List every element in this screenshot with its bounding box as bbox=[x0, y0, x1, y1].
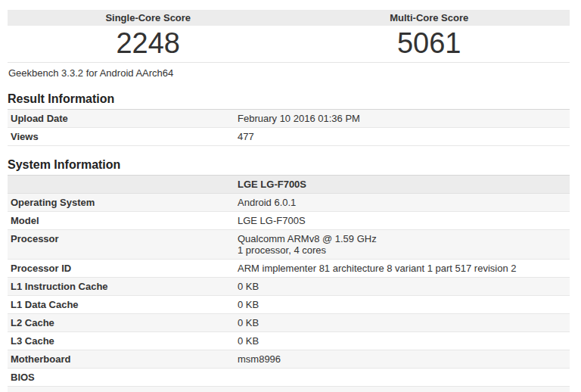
row-label: L1 Instruction Cache bbox=[8, 278, 235, 296]
single-core-score-value: 2248 bbox=[8, 26, 289, 62]
row-value: msm8996 bbox=[235, 350, 570, 369]
row-l3-cache: L3 Cache 0 KB bbox=[8, 332, 570, 350]
row-label: Views bbox=[8, 128, 235, 146]
result-information-title: Result Information bbox=[8, 92, 570, 110]
row-value: February 10 2016 01:36 PM bbox=[235, 110, 570, 128]
row-label: Model bbox=[8, 212, 235, 230]
row-l2-cache: L2 Cache 0 KB bbox=[8, 314, 570, 332]
row-memory: Memory 3785 MB bbox=[8, 387, 570, 392]
row-l1-data-cache: L1 Data Cache 0 KB bbox=[8, 296, 570, 314]
row-label: Operating System bbox=[8, 194, 235, 212]
row-label: L2 Cache bbox=[8, 314, 235, 332]
row-value: 0 KB bbox=[235, 332, 570, 350]
device-name: LGE LG-F700S bbox=[235, 176, 570, 194]
row-model: Model LGE LG-F700S bbox=[8, 212, 570, 230]
system-information-title: System Information bbox=[8, 158, 570, 176]
geekbench-result-page: Single-Core Score Multi-Core Score 2248 … bbox=[0, 0, 581, 392]
row-label: L3 Cache bbox=[8, 332, 235, 350]
row-label: Memory bbox=[8, 387, 235, 392]
single-core-score-label: Single-Core Score bbox=[8, 10, 289, 26]
score-summary-header: Single-Core Score Multi-Core Score bbox=[8, 10, 570, 26]
row-label: Motherboard bbox=[8, 350, 235, 369]
row-label: Upload Date bbox=[8, 110, 235, 128]
row-value: Android 6.0.1 bbox=[235, 194, 570, 212]
row-l1-instruction-cache: L1 Instruction Cache 0 KB bbox=[8, 278, 570, 296]
row-label bbox=[8, 176, 235, 194]
system-information-table: LGE LG-F700S Operating System Android 6.… bbox=[8, 176, 570, 392]
row-label: BIOS bbox=[8, 369, 235, 387]
row-value: LGE LG-F700S bbox=[235, 212, 570, 230]
row-value: ARM implementer 81 architecture 8 varian… bbox=[235, 260, 570, 278]
score-summary: Single-Core Score Multi-Core Score 2248 … bbox=[8, 10, 570, 63]
row-value: 477 bbox=[235, 128, 570, 146]
row-bios: BIOS bbox=[8, 369, 570, 387]
multi-core-score-value: 5061 bbox=[289, 26, 570, 62]
row-views: Views 477 bbox=[8, 128, 570, 146]
row-label: Processor bbox=[8, 230, 235, 260]
row-device-header: LGE LG-F700S bbox=[8, 176, 570, 194]
row-processor: Processor Qualcomm ARMv8 @ 1.59 GHz 1 pr… bbox=[8, 230, 570, 260]
row-upload-date: Upload Date February 10 2016 01:36 PM bbox=[8, 110, 570, 128]
row-processor-id: Processor ID ARM implementer 81 architec… bbox=[8, 260, 570, 278]
row-value bbox=[235, 369, 570, 387]
result-information-table: Upload Date February 10 2016 01:36 PM Vi… bbox=[8, 110, 570, 146]
score-summary-values: 2248 5061 bbox=[8, 26, 570, 62]
row-label: L1 Data Cache bbox=[8, 296, 235, 314]
row-value: 0 KB bbox=[235, 296, 570, 314]
benchmark-version-caption: Geekbench 3.3.2 for Android AArch64 bbox=[8, 63, 570, 79]
multi-core-score-label: Multi-Core Score bbox=[289, 10, 570, 26]
row-value: 3785 MB bbox=[235, 387, 570, 392]
row-motherboard: Motherboard msm8996 bbox=[8, 350, 570, 369]
row-value: Qualcomm ARMv8 @ 1.59 GHz 1 processor, 4… bbox=[235, 230, 570, 260]
row-value: 0 KB bbox=[235, 314, 570, 332]
row-operating-system: Operating System Android 6.0.1 bbox=[8, 194, 570, 212]
row-label: Processor ID bbox=[8, 260, 235, 278]
row-value: 0 KB bbox=[235, 278, 570, 296]
